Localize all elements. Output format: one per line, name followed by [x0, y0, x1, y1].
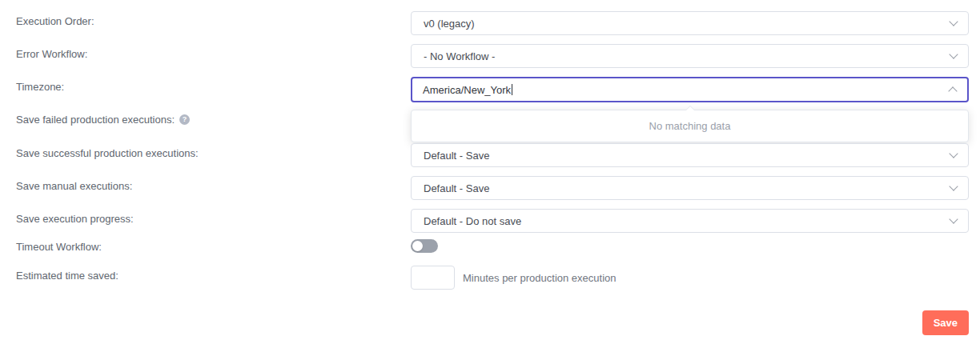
estimated-time-suffix: Minutes per production execution — [463, 272, 617, 284]
label-text: Error Workflow: — [16, 48, 87, 60]
timeout-workflow-label: Timeout Workflow: — [0, 239, 411, 253]
label-text: Save manual executions: — [16, 180, 132, 192]
timezone-input[interactable]: America/New_York — [411, 77, 969, 102]
dropdown-empty-text: No matching data — [649, 120, 731, 132]
row-execution-order: Execution Order: v0 (legacy) — [0, 11, 980, 35]
workflow-settings-panel: Execution Order: v0 (legacy) Error Workf… — [0, 0, 980, 335]
save-button[interactable]: Save — [922, 310, 969, 335]
estimated-time-input[interactable] — [411, 266, 455, 290]
save-failed-executions-label: Save failed production executions: ? — [0, 110, 411, 126]
timezone-label: Timezone: — [0, 77, 411, 93]
save-row: Save — [0, 310, 980, 335]
execution-order-label: Execution Order: — [0, 11, 411, 27]
chevron-down-icon — [949, 18, 958, 28]
label-text: Save successful production executions: — [16, 147, 199, 159]
timeout-workflow-toggle[interactable] — [411, 239, 438, 253]
error-workflow-select[interactable]: - No Workflow - — [411, 44, 969, 68]
row-save-failed-executions: Save failed production executions: ? No … — [0, 110, 980, 142]
save-execution-progress-label: Save execution progress: — [0, 209, 411, 225]
label-text: Estimated time saved: — [16, 270, 118, 282]
timezone-dropdown-popover: No matching data — [411, 110, 969, 142]
row-estimated-time-saved: Estimated time saved: Minutes per produc… — [0, 266, 980, 290]
save-manual-executions-label: Save manual executions: — [0, 176, 411, 192]
save-success-executions-select[interactable]: Default - Save — [411, 143, 969, 167]
label-text: Save execution progress: — [16, 213, 134, 225]
row-timezone: Timezone: America/New_York — [0, 77, 980, 102]
row-save-manual-executions: Save manual executions: Default - Save — [0, 176, 980, 200]
save-manual-executions-value: Default - Save — [424, 182, 489, 194]
row-timeout-workflow: Timeout Workflow: — [0, 239, 980, 253]
row-error-workflow: Error Workflow: - No Workflow - — [0, 44, 980, 68]
label-text: Execution Order: — [16, 15, 94, 27]
label-text: Timezone: — [16, 81, 64, 93]
chevron-down-icon — [949, 51, 958, 61]
label-text: Save failed production executions: — [16, 114, 175, 126]
label-text: Timeout Workflow: — [16, 241, 102, 253]
error-workflow-value: - No Workflow - — [424, 50, 495, 62]
chevron-up-icon — [948, 85, 958, 94]
save-execution-progress-select[interactable]: Default - Do not save — [411, 209, 969, 233]
chevron-down-icon — [949, 183, 958, 193]
save-success-executions-label: Save successful production executions: — [0, 143, 411, 159]
save-manual-executions-select[interactable]: Default - Save — [411, 176, 969, 200]
save-success-executions-value: Default - Save — [424, 150, 489, 162]
estimated-time-saved-label: Estimated time saved: — [0, 266, 411, 282]
error-workflow-label: Error Workflow: — [0, 44, 411, 60]
row-save-success-executions: Save successful production executions: D… — [0, 143, 980, 167]
execution-order-select[interactable]: v0 (legacy) — [411, 11, 969, 35]
save-execution-progress-value: Default - Do not save — [424, 215, 521, 227]
row-save-execution-progress: Save execution progress: Default - Do no… — [0, 209, 980, 233]
execution-order-value: v0 (legacy) — [424, 18, 475, 30]
chevron-down-icon — [949, 216, 958, 226]
toggle-knob — [412, 241, 423, 251]
text-cursor — [512, 84, 512, 95]
timezone-value: America/New_York — [423, 84, 512, 96]
chevron-down-icon — [949, 150, 958, 160]
question-mark-icon[interactable]: ? — [179, 114, 190, 125]
